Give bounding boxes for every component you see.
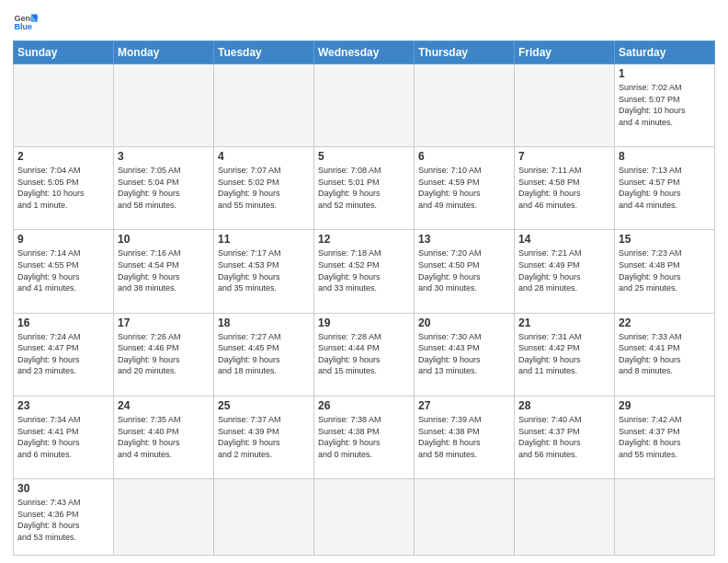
day-info: Sunrise: 7:28 AMSunset: 4:44 PMDaylight:… — [318, 331, 410, 377]
day-number: 17 — [118, 316, 210, 329]
calendar-day-cell — [314, 479, 415, 556]
day-info: Sunrise: 7:16 AMSunset: 4:54 PMDaylight:… — [118, 247, 210, 293]
calendar-day-cell: 16Sunrise: 7:24 AMSunset: 4:47 PMDayligh… — [14, 313, 114, 396]
calendar-day-cell — [615, 479, 715, 556]
day-info: Sunrise: 7:17 AMSunset: 4:53 PMDaylight:… — [218, 247, 310, 293]
day-number: 22 — [619, 316, 711, 329]
day-info: Sunrise: 7:33 AMSunset: 4:41 PMDaylight:… — [619, 331, 711, 377]
calendar-day-cell — [515, 64, 615, 147]
day-info: Sunrise: 7:11 AMSunset: 4:58 PMDaylight:… — [518, 165, 610, 211]
day-number: 3 — [118, 150, 210, 163]
day-number: 15 — [619, 233, 711, 246]
day-number: 26 — [318, 399, 410, 412]
day-info: Sunrise: 7:27 AMSunset: 4:45 PMDaylight:… — [218, 331, 310, 377]
day-number: 28 — [518, 399, 610, 412]
calendar-day-cell: 28Sunrise: 7:40 AMSunset: 4:37 PMDayligh… — [515, 396, 615, 478]
day-number: 18 — [218, 316, 310, 329]
calendar-day-cell — [114, 64, 214, 147]
day-info: Sunrise: 7:13 AMSunset: 4:57 PMDaylight:… — [619, 165, 711, 211]
day-number: 10 — [118, 233, 210, 246]
day-of-week-header: Wednesday — [314, 41, 415, 64]
day-info: Sunrise: 7:14 AMSunset: 4:55 PMDaylight:… — [17, 247, 109, 293]
calendar-day-cell: 15Sunrise: 7:23 AMSunset: 4:48 PMDayligh… — [615, 230, 715, 313]
calendar-day-cell: 30Sunrise: 7:43 AMSunset: 4:36 PMDayligh… — [14, 479, 114, 556]
calendar-day-cell: 11Sunrise: 7:17 AMSunset: 4:53 PMDayligh… — [214, 230, 314, 313]
day-info: Sunrise: 7:07 AMSunset: 5:02 PMDaylight:… — [218, 165, 310, 211]
day-number: 9 — [17, 233, 109, 246]
calendar-day-cell: 9Sunrise: 7:14 AMSunset: 4:55 PMDaylight… — [14, 230, 114, 313]
calendar-week-row: 16Sunrise: 7:24 AMSunset: 4:47 PMDayligh… — [14, 313, 715, 396]
day-number: 4 — [218, 150, 310, 163]
calendar-day-cell: 18Sunrise: 7:27 AMSunset: 4:45 PMDayligh… — [214, 313, 314, 396]
calendar-day-cell — [415, 479, 515, 556]
calendar-day-cell — [14, 64, 114, 147]
calendar-week-row: 23Sunrise: 7:34 AMSunset: 4:41 PMDayligh… — [14, 396, 715, 478]
day-info: Sunrise: 7:02 AMSunset: 5:07 PMDaylight:… — [619, 82, 711, 128]
calendar-day-cell: 3Sunrise: 7:05 AMSunset: 5:04 PMDaylight… — [114, 147, 214, 230]
day-of-week-header: Sunday — [14, 41, 114, 64]
day-info: Sunrise: 7:24 AMSunset: 4:47 PMDaylight:… — [17, 331, 109, 377]
day-info: Sunrise: 7:43 AMSunset: 4:36 PMDaylight:… — [17, 497, 109, 543]
day-info: Sunrise: 7:42 AMSunset: 4:37 PMDaylight:… — [619, 414, 711, 460]
calendar-day-cell: 23Sunrise: 7:34 AMSunset: 4:41 PMDayligh… — [14, 396, 114, 478]
calendar-day-cell — [515, 479, 615, 556]
day-info: Sunrise: 7:39 AMSunset: 4:38 PMDaylight:… — [418, 414, 510, 460]
day-info: Sunrise: 7:34 AMSunset: 4:41 PMDaylight:… — [17, 414, 109, 460]
day-info: Sunrise: 7:23 AMSunset: 4:48 PMDaylight:… — [619, 247, 711, 293]
page-header: General Blue — [13, 9, 715, 35]
calendar-day-cell: 19Sunrise: 7:28 AMSunset: 4:44 PMDayligh… — [314, 313, 415, 396]
day-info: Sunrise: 7:30 AMSunset: 4:43 PMDaylight:… — [418, 331, 510, 377]
day-number: 24 — [118, 399, 210, 412]
calendar-week-row: 1Sunrise: 7:02 AMSunset: 5:07 PMDaylight… — [14, 64, 715, 147]
calendar-day-cell: 5Sunrise: 7:08 AMSunset: 5:01 PMDaylight… — [314, 147, 415, 230]
calendar-week-row: 2Sunrise: 7:04 AMSunset: 5:05 PMDaylight… — [14, 147, 715, 230]
calendar-day-cell: 27Sunrise: 7:39 AMSunset: 4:38 PMDayligh… — [415, 396, 515, 478]
calendar-day-cell: 12Sunrise: 7:18 AMSunset: 4:52 PMDayligh… — [314, 230, 415, 313]
calendar-day-cell: 22Sunrise: 7:33 AMSunset: 4:41 PMDayligh… — [615, 313, 715, 396]
calendar-day-cell: 20Sunrise: 7:30 AMSunset: 4:43 PMDayligh… — [415, 313, 515, 396]
calendar-day-cell: 17Sunrise: 7:26 AMSunset: 4:46 PMDayligh… — [114, 313, 214, 396]
calendar-day-cell: 1Sunrise: 7:02 AMSunset: 5:07 PMDaylight… — [615, 64, 715, 147]
day-number: 20 — [418, 316, 510, 329]
calendar-day-cell — [114, 479, 214, 556]
calendar-day-cell: 4Sunrise: 7:07 AMSunset: 5:02 PMDaylight… — [214, 147, 314, 230]
day-info: Sunrise: 7:37 AMSunset: 4:39 PMDaylight:… — [218, 414, 310, 460]
calendar-day-cell: 13Sunrise: 7:20 AMSunset: 4:50 PMDayligh… — [415, 230, 515, 313]
day-number: 14 — [518, 233, 610, 246]
day-number: 8 — [619, 150, 711, 163]
calendar-day-cell: 26Sunrise: 7:38 AMSunset: 4:38 PMDayligh… — [314, 396, 415, 478]
day-info: Sunrise: 7:20 AMSunset: 4:50 PMDaylight:… — [418, 247, 510, 293]
day-number: 12 — [318, 233, 410, 246]
day-number: 21 — [518, 316, 610, 329]
calendar-day-cell — [415, 64, 515, 147]
day-info: Sunrise: 7:35 AMSunset: 4:40 PMDaylight:… — [118, 414, 210, 460]
day-info: Sunrise: 7:40 AMSunset: 4:37 PMDaylight:… — [518, 414, 610, 460]
day-number: 16 — [17, 316, 109, 329]
calendar-table: SundayMondayTuesdayWednesdayThursdayFrid… — [13, 40, 715, 556]
generalblue-icon: General Blue — [13, 9, 39, 35]
svg-text:Blue: Blue — [14, 22, 32, 31]
logo: General Blue — [13, 9, 39, 35]
calendar-day-cell: 6Sunrise: 7:10 AMSunset: 4:59 PMDaylight… — [415, 147, 515, 230]
calendar-week-row: 9Sunrise: 7:14 AMSunset: 4:55 PMDaylight… — [14, 230, 715, 313]
day-number: 7 — [518, 150, 610, 163]
day-of-week-header: Monday — [114, 41, 214, 64]
calendar-day-cell: 7Sunrise: 7:11 AMSunset: 4:58 PMDaylight… — [515, 147, 615, 230]
day-number: 23 — [17, 399, 109, 412]
day-number: 1 — [619, 67, 711, 80]
day-number: 11 — [218, 233, 310, 246]
day-info: Sunrise: 7:38 AMSunset: 4:38 PMDaylight:… — [318, 414, 410, 460]
calendar-day-cell: 21Sunrise: 7:31 AMSunset: 4:42 PMDayligh… — [515, 313, 615, 396]
calendar-day-cell: 2Sunrise: 7:04 AMSunset: 5:05 PMDaylight… — [14, 147, 114, 230]
day-number: 13 — [418, 233, 510, 246]
day-of-week-header: Friday — [515, 41, 615, 64]
day-of-week-header: Saturday — [615, 41, 715, 64]
calendar-day-cell: 10Sunrise: 7:16 AMSunset: 4:54 PMDayligh… — [114, 230, 214, 313]
calendar-day-cell — [314, 64, 415, 147]
calendar-day-cell: 25Sunrise: 7:37 AMSunset: 4:39 PMDayligh… — [214, 396, 314, 478]
calendar-day-cell: 29Sunrise: 7:42 AMSunset: 4:37 PMDayligh… — [615, 396, 715, 478]
day-number: 30 — [17, 482, 109, 495]
day-number: 5 — [318, 150, 410, 163]
day-info: Sunrise: 7:26 AMSunset: 4:46 PMDaylight:… — [118, 331, 210, 377]
day-number: 2 — [17, 150, 109, 163]
